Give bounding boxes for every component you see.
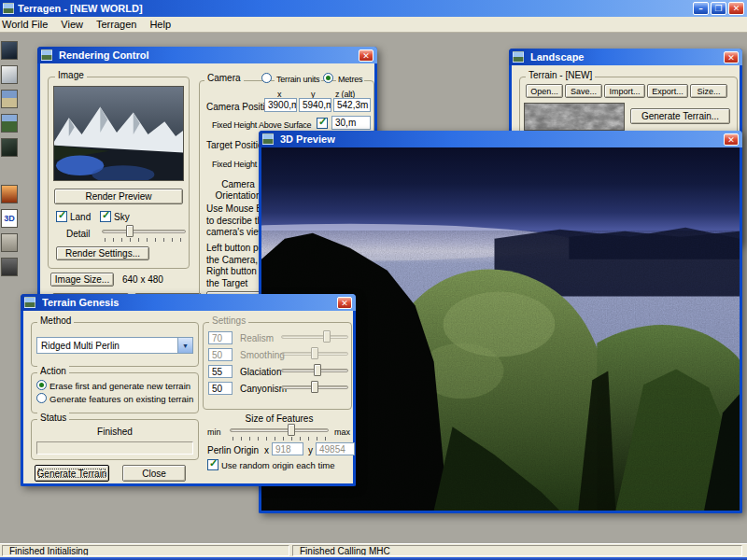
method-dropdown[interactable]: Ridged Multi Perlin ▼ <box>36 337 193 354</box>
app-titlebar[interactable]: Terragen - [NEW WORLD] – ❐ ✕ <box>0 0 747 17</box>
generate-terrain-button[interactable]: Generate Terrain <box>35 465 109 482</box>
statusbar-left: Finished Initialising <box>2 545 289 556</box>
perlin-x-field[interactable]: 918 <box>272 442 303 455</box>
generate-terrain-button[interactable]: Generate Terrain... <box>630 108 730 124</box>
toolbar-thumb-3[interactable] <box>1 90 18 108</box>
open-button[interactable]: Open... <box>526 84 563 98</box>
terrain-genesis-title: Terrain Genesis <box>42 297 334 308</box>
menu-view[interactable]: View <box>54 18 90 31</box>
toolbar-thumb-7[interactable] <box>1 233 18 252</box>
settings-group-label: Settings <box>209 315 248 326</box>
canyonism-slider[interactable] <box>281 380 348 395</box>
random-origin-label: Use random origin each time <box>221 460 334 470</box>
size-button[interactable]: Size... <box>690 84 727 98</box>
generate-terrain-label: Generate Terrain <box>37 469 107 479</box>
save-button[interactable]: Save... <box>565 84 602 98</box>
terrain-genesis-titlebar[interactable]: Terrain Genesis ✕ <box>21 294 356 311</box>
existing-features-radio[interactable] <box>36 393 47 403</box>
metres-radio[interactable] <box>323 73 333 83</box>
metres-label: Metres <box>336 75 364 84</box>
close-icon[interactable]: ✕ <box>337 297 352 309</box>
size-of-features-slider[interactable] <box>230 423 329 438</box>
terrain-units-radio[interactable] <box>261 73 272 83</box>
glaciation-slider[interactable] <box>281 363 348 378</box>
fixed-height-field[interactable]: 30,m <box>331 116 371 130</box>
image-size-button[interactable]: Image Size... <box>50 273 114 287</box>
sky-label: Sky <box>114 212 130 222</box>
toolbar-thumb-3d[interactable]: 3D <box>1 209 18 228</box>
rendering-control-titlebar[interactable]: Rendering Control ✕ <box>37 47 377 63</box>
toolbar-thumb-1[interactable] <box>1 41 18 60</box>
image-group-label: Image <box>55 70 87 80</box>
import-button[interactable]: Import... <box>604 84 645 98</box>
mdi-background: 3D Rendering Control ✕ Image <box>0 33 747 544</box>
smoothing-slider[interactable] <box>281 346 348 361</box>
erase-first-radio[interactable] <box>36 380 47 390</box>
perlin-y-field[interactable]: 49854 <box>316 442 355 455</box>
close-icon[interactable]: ✕ <box>724 133 739 146</box>
window-icon <box>41 49 52 61</box>
realism-label: Realism <box>240 333 274 343</box>
toolbar-thumb-5[interactable] <box>1 138 18 157</box>
fixed-height-checkbox[interactable] <box>317 118 328 129</box>
realism-field[interactable]: 70 <box>208 331 233 344</box>
sky-checkbox[interactable] <box>100 211 111 222</box>
window-icon <box>513 51 524 63</box>
close-icon[interactable]: ✕ <box>724 51 739 63</box>
canyonism-label: Canyonism <box>240 384 287 394</box>
terrain-units-label: Terrain units <box>275 75 321 84</box>
toolbar-thumb-8[interactable] <box>1 258 18 276</box>
camera-y-field[interactable]: 5940,m <box>299 98 331 112</box>
perlin-x-label: x <box>264 445 269 455</box>
landscape-title: Landscape <box>530 51 721 63</box>
realism-slider[interactable] <box>281 329 348 344</box>
smoothing-field[interactable]: 50 <box>208 348 233 361</box>
method-group-label: Method <box>37 315 74 326</box>
perlin-origin-label: Perlin Origin <box>207 445 259 455</box>
close-icon[interactable]: ✕ <box>359 49 374 62</box>
random-origin-checkbox[interactable] <box>207 459 218 470</box>
app-title: Terragen - [NEW WORLD] <box>18 3 693 14</box>
smoothing-label: Smoothing <box>240 350 285 360</box>
chevron-down-icon[interactable]: ▼ <box>177 338 192 353</box>
toolbar-thumb-6[interactable] <box>1 185 18 203</box>
render-preview-button[interactable]: Render Preview <box>54 189 183 204</box>
render-settings-button[interactable]: Render Settings... <box>56 246 149 260</box>
perlin-y-label: y <box>308 445 313 455</box>
3d-preview-title: 3D Preview <box>280 133 721 145</box>
land-label: Land <box>70 212 91 222</box>
menu-help[interactable]: Help <box>143 18 177 31</box>
render-preview-image[interactable] <box>53 86 184 181</box>
app-icon <box>3 3 14 14</box>
status-value: Finished <box>31 427 199 437</box>
landscape-titlebar[interactable]: Landscape ✕ <box>509 49 742 65</box>
menu-world-file[interactable]: World File <box>0 18 54 31</box>
window-controls: – ❐ ✕ <box>693 2 744 15</box>
statusbar: Finished Initialising Finished Calling M… <box>0 543 747 557</box>
fixed-height-label: Fixed Height Above Surface <box>212 120 311 130</box>
toolbar-thumb-2[interactable] <box>1 65 18 84</box>
detail-slider[interactable] <box>102 224 186 239</box>
terrain-group-label: Terrain - [NEW] <box>526 70 595 80</box>
canyonism-field[interactable]: 50 <box>208 382 233 395</box>
land-checkbox[interactable] <box>56 211 67 222</box>
window-icon <box>262 133 274 145</box>
glaciation-label: Glaciation <box>240 367 281 377</box>
menubar: World File View Terragen Help <box>0 17 747 33</box>
camera-z-field[interactable]: 542,3m <box>333 98 371 112</box>
maximize-icon[interactable]: ❐ <box>711 2 726 15</box>
close-icon[interactable]: ✕ <box>728 2 744 15</box>
menu-terragen[interactable]: Terragen <box>90 18 143 31</box>
minimize-icon[interactable]: – <box>693 2 709 15</box>
glaciation-field[interactable]: 55 <box>208 365 233 378</box>
toolbar-thumb-4[interactable] <box>1 114 18 133</box>
min-label: min <box>207 427 221 437</box>
export-button[interactable]: Export... <box>647 84 688 98</box>
terrain-heightmap-thumbnail[interactable] <box>524 103 625 131</box>
method-value: Ridged Multi Perlin <box>37 341 177 351</box>
camera-group-label: Camera <box>204 73 244 83</box>
camera-x-field[interactable]: 3900,m <box>264 98 297 112</box>
close-dialog-button[interactable]: Close <box>122 465 186 482</box>
statusbar-right: Finished Calling MHC <box>292 545 742 556</box>
3d-preview-titlebar[interactable]: 3D Preview ✕ <box>259 131 742 147</box>
